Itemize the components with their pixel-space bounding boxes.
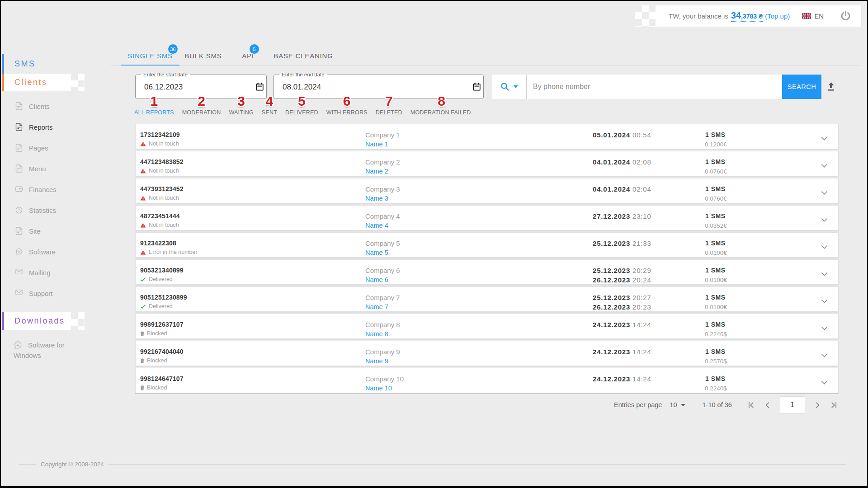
report-row[interactable]: 905321340899DeliveredCompany 6Name 625.1… xyxy=(135,259,839,285)
sender-name-link[interactable]: Name 2 xyxy=(365,168,388,175)
filter-all-reports[interactable]: 1ALL REPORTS xyxy=(134,94,174,116)
expand-chevron-icon[interactable] xyxy=(821,189,828,197)
calendar-icon[interactable] xyxy=(256,83,264,93)
filter-delivered[interactable]: 5DELIVERED xyxy=(285,94,318,116)
warning-icon xyxy=(140,250,146,255)
upload-icon[interactable] xyxy=(827,82,835,93)
sender-name-link[interactable]: Name 1 xyxy=(365,141,388,148)
per-page-select[interactable]: 10 xyxy=(670,401,685,408)
sidebar-item-clients[interactable]: Clients xyxy=(1,96,109,117)
phone-number: 48723451444 xyxy=(140,212,180,220)
sidebar-item-software-for-windows[interactable]: Software for Windows xyxy=(14,340,81,361)
sender-name-link[interactable]: Name 7 xyxy=(365,303,388,310)
date-time: 24.12.2023 14:24 xyxy=(593,321,651,328)
expand-chevron-icon[interactable] xyxy=(821,243,828,251)
sms-price: 0.0760€ xyxy=(705,195,727,202)
report-row[interactable]: 998124647107BlockedCompany 10Name 1024.1… xyxy=(135,368,839,393)
sidebar-item-finances[interactable]: Finances xyxy=(1,179,109,200)
expand-chevron-icon[interactable] xyxy=(821,297,828,305)
sender-name-link[interactable]: Name 5 xyxy=(365,249,388,256)
status-label: Not in touch xyxy=(149,222,179,228)
search-type-selector[interactable] xyxy=(492,75,527,99)
top-up-link[interactable]: (Top up) xyxy=(765,12,790,20)
sidebar-item-pages[interactable]: Pages xyxy=(1,137,109,158)
annotation-number: 5 xyxy=(298,94,306,108)
sender-name-link[interactable]: Name 10 xyxy=(365,385,392,392)
sidebar-item-support[interactable]: Support xyxy=(1,283,109,304)
annotation-number: 6 xyxy=(343,94,351,108)
filter-moderation-failed-[interactable]: 8MODERATION FAILED. xyxy=(410,94,472,116)
report-row[interactable]: 998912637107BlockedCompany 8Name 824.12.… xyxy=(135,314,839,339)
report-row[interactable]: 992167404040BlockedCompany 9Name 924.12.… xyxy=(135,341,839,366)
chevron-down-icon xyxy=(514,85,518,88)
annotation-number: 7 xyxy=(385,94,393,108)
date-time: 04.01.2024 02:08 xyxy=(593,158,651,166)
filter-label: ALL REPORTS xyxy=(134,109,174,116)
first-page-button[interactable] xyxy=(748,402,755,408)
report-row[interactable]: 9051251230899DeliveredCompany 7Name 725.… xyxy=(135,286,839,312)
sender-name-link[interactable]: Name 3 xyxy=(365,195,388,202)
file-icon xyxy=(15,227,23,235)
sidebar-item-reports[interactable]: Reports xyxy=(1,117,109,137)
tab-badge: 36 xyxy=(168,44,178,54)
company: Company 7 xyxy=(365,294,400,301)
sidebar-item-statistics[interactable]: Statistics xyxy=(1,200,109,221)
next-page-button[interactable] xyxy=(815,402,820,408)
balance-amount[interactable]: 34,3783 ₴ xyxy=(731,10,763,22)
logout-power-icon[interactable] xyxy=(840,10,851,22)
sidebar-section-downloads[interactable]: Downloads xyxy=(14,312,65,330)
filter-moderation[interactable]: 2MODERATION xyxy=(182,94,221,116)
tab-bulk-sms[interactable]: BULK SMS xyxy=(179,42,227,66)
search-input[interactable]: By phone number xyxy=(533,83,590,91)
report-row[interactable]: 447123483852Not in touchCompany 2Name 20… xyxy=(135,151,839,176)
check-icon xyxy=(140,277,146,282)
filter-sent[interactable]: 4SENT xyxy=(262,94,277,116)
language-selector[interactable]: EN xyxy=(802,12,824,20)
sidebar-item-label: Software xyxy=(29,248,56,256)
date-time: 04.01.2024 02:04 xyxy=(593,185,651,193)
tab-api[interactable]: API5 xyxy=(227,42,269,66)
topbar-checker-decoration xyxy=(635,5,656,27)
expand-chevron-icon[interactable] xyxy=(821,162,828,170)
sidebar-section-clients[interactable]: Clients xyxy=(14,74,47,91)
sms-count: 1 SMS xyxy=(705,212,726,220)
sidebar-item-mailing[interactable]: Mailing xyxy=(1,262,109,283)
expand-chevron-icon[interactable] xyxy=(821,379,828,387)
sidebar-item-menu[interactable]: Menu xyxy=(1,158,109,179)
date-time: 25.12.2023 21:33 xyxy=(593,239,651,247)
sender-name-link[interactable]: Name 6 xyxy=(365,276,388,283)
expand-chevron-icon[interactable] xyxy=(821,270,828,278)
calendar-icon[interactable] xyxy=(473,83,481,93)
tab-bar: SINGLE SMS36BULK SMSAPI5BASE CLEANING xyxy=(121,42,338,66)
expand-chevron-icon[interactable] xyxy=(821,216,828,224)
warning-icon xyxy=(140,223,146,228)
language-label: EN xyxy=(814,12,824,20)
sms-price: 0.0100€ xyxy=(705,304,727,310)
last-page-button[interactable] xyxy=(830,402,837,408)
expand-chevron-icon[interactable] xyxy=(821,324,828,333)
end-date-label: Enter the end date xyxy=(279,72,327,77)
tab-single-sms[interactable]: SINGLE SMS36 xyxy=(121,42,179,66)
prev-page-button[interactable] xyxy=(765,402,770,408)
sender-name-link[interactable]: Name 8 xyxy=(365,330,388,338)
report-row[interactable]: 447393123452Not in touchCompany 3Name 30… xyxy=(135,178,839,203)
filter-waiting[interactable]: 3WAITING xyxy=(229,94,253,116)
report-row[interactable]: 9123422308Error in the numberCompany 5Na… xyxy=(135,232,839,258)
filter-deleted[interactable]: 7DELETED xyxy=(376,94,402,116)
sender-name-link[interactable]: Name 4 xyxy=(365,222,388,229)
sidebar-item-site[interactable]: Site xyxy=(1,221,109,241)
report-row[interactable]: 17312342109Not in touchCompany 1Name 105… xyxy=(135,124,839,149)
filter-with-errors[interactable]: 6WITH ERRORS xyxy=(326,94,368,116)
sender-name-link[interactable]: Name 9 xyxy=(365,357,388,365)
expand-chevron-icon[interactable] xyxy=(821,352,828,360)
report-row[interactable]: 48723451444Not in touchCompany 4Name 427… xyxy=(135,205,839,230)
expand-chevron-icon[interactable] xyxy=(821,135,828,143)
tab-base-cleaning[interactable]: BASE CLEANING xyxy=(269,42,338,66)
tab-label: SINGLE SMS36 xyxy=(127,52,173,60)
sidebar-section-sms[interactable]: SMS xyxy=(14,54,36,74)
current-page-input[interactable]: 1 xyxy=(780,396,805,413)
sidebar-item-software[interactable]: Software xyxy=(1,241,109,262)
search-button[interactable]: SEARCH xyxy=(782,75,821,99)
status: Blocked xyxy=(140,385,167,391)
copyright: Copyright © 2008-2024 xyxy=(41,461,104,468)
